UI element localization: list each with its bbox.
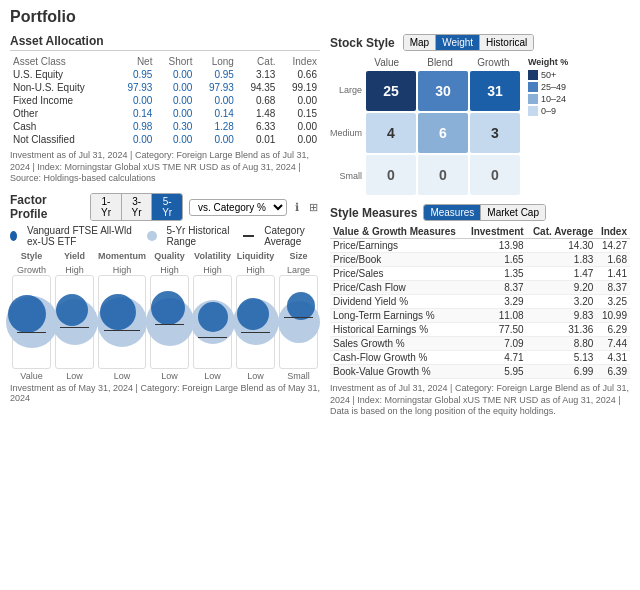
factor-tab-3-yr[interactable]: 3-Yr — [122, 194, 153, 220]
asset-class-label: Fixed Income — [10, 94, 114, 107]
category-avg-line — [155, 324, 185, 325]
asset-allocation-title: Asset Allocation — [10, 34, 320, 51]
row-label-large: Large — [330, 70, 362, 110]
measures-cell-inv: 5.95 — [465, 365, 527, 379]
factor-col-header-volatility: Volatility — [194, 251, 231, 261]
factor-col-quality: QualityHighLow — [150, 251, 189, 381]
style-cell: 4 — [366, 113, 416, 153]
factor-bottom-label: Low — [66, 371, 83, 381]
list-item: Price/Sales1.351.471.41 — [330, 267, 630, 281]
measures-tab-market-cap[interactable]: Market Cap — [481, 205, 545, 220]
factor-legend: Vanguard FTSE All-Wld ex-US ETF 5-Yr His… — [10, 225, 320, 247]
factor-bottom-label: Low — [114, 371, 131, 381]
factor-col-header-liquidity: Liquidity — [237, 251, 275, 261]
style-cell: 0 — [366, 155, 416, 195]
factor-tab-5-yr[interactable]: 5-Yr — [152, 194, 182, 220]
row-label-medium: Medium — [330, 113, 362, 153]
asset-index-value: 0.00 — [278, 133, 320, 146]
measures-tab-group[interactable]: MeasuresMarket Cap — [423, 204, 546, 221]
measures-table: Value & Growth Measures Investment Cat. … — [330, 225, 630, 379]
style-cell: 6 — [418, 113, 468, 153]
factor-tab-group[interactable]: 1-Yr3-Yr5-Yr — [90, 193, 183, 221]
avg-label: Category Average — [264, 225, 320, 247]
factor-top-label: High — [113, 265, 132, 275]
style-cell: 30 — [418, 71, 468, 111]
factor-col-momentum: MomentumHighLow — [98, 251, 146, 381]
asset-class-label: Not Classified — [10, 133, 114, 146]
category-avg-line — [60, 327, 90, 328]
measures-cell-label: Price/Earnings — [330, 239, 465, 253]
asset-index-value: 0.00 — [278, 120, 320, 133]
stock-style-tab-group[interactable]: MapWeightHistorical — [403, 34, 535, 51]
asset-col-index: Index — [278, 55, 320, 68]
list-item: Book-Value Growth %5.956.996.39 — [330, 365, 630, 379]
asset-long-value: 0.95 — [195, 68, 237, 81]
table-row: Fixed Income0.000.000.000.680.00 — [10, 94, 320, 107]
factor-top-label: High — [160, 265, 179, 275]
factor-col-header-style: Style — [21, 251, 43, 261]
measures-cell-inv: 1.35 — [465, 267, 527, 281]
measures-cell-idx: 8.37 — [596, 281, 630, 295]
weight-legend: Weight % 50+25–4910–240–9 — [528, 57, 568, 118]
measures-cell-idx: 10.99 — [596, 309, 630, 323]
stock-style-tab-weight[interactable]: Weight — [436, 35, 480, 50]
category-avg-line — [198, 337, 228, 338]
asset-short-value: 0.00 — [155, 107, 195, 120]
asset-index-value: 0.66 — [278, 68, 320, 81]
stock-style-tab-map[interactable]: Map — [404, 35, 436, 50]
measures-cell-cat: 8.80 — [527, 337, 597, 351]
weight-legend-item: 25–49 — [528, 82, 568, 92]
measures-cell-inv: 77.50 — [465, 323, 527, 337]
factor-info-icon[interactable]: ℹ — [293, 201, 301, 214]
factor-top-label: Growth — [17, 265, 46, 275]
measures-col-cat: Cat. Average — [527, 225, 597, 239]
list-item: Sales Growth %7.098.807.44 — [330, 337, 630, 351]
category-avg-line — [241, 332, 271, 333]
factor-top-label: Large — [287, 265, 310, 275]
list-item: Long-Term Earnings %11.089.8310.99 — [330, 309, 630, 323]
factor-grid-icon[interactable]: ⊞ — [307, 201, 320, 214]
asset-col-net: Net — [114, 55, 156, 68]
style-col-label: Blend — [413, 57, 466, 68]
factor-dropdown[interactable]: vs. Category % — [189, 199, 287, 216]
avg-line — [243, 235, 254, 237]
measures-col-idx: Index — [596, 225, 630, 239]
measures-cell-idx: 7.44 — [596, 337, 630, 351]
measures-cell-idx: 4.31 — [596, 351, 630, 365]
style-col-label: Growth — [467, 57, 520, 68]
asset-long-value: 0.00 — [195, 133, 237, 146]
list-item: Price/Earnings13.9814.3014.27 — [330, 239, 630, 253]
asset-class-label: Non-U.S. Equity — [10, 81, 114, 94]
measures-cell-label: Price/Book — [330, 253, 465, 267]
range-dot — [147, 231, 157, 241]
asset-cat-value: 0.68 — [237, 94, 279, 107]
measures-col-label: Value & Growth Measures — [330, 225, 465, 239]
category-avg-line — [17, 332, 47, 333]
asset-cat-value: 6.33 — [237, 120, 279, 133]
asset-cat-value: 0.01 — [237, 133, 279, 146]
asset-index-value: 99.19 — [278, 81, 320, 94]
stock-style-tab-historical[interactable]: Historical — [480, 35, 533, 50]
table-row: U.S. Equity0.950.000.953.130.66 — [10, 68, 320, 81]
weight-legend-item: 50+ — [528, 70, 568, 80]
measures-cell-inv: 4.71 — [465, 351, 527, 365]
factor-tab-1-yr[interactable]: 1-Yr — [91, 194, 122, 220]
factor-top-label: High — [246, 265, 265, 275]
weight-legend-item: 10–24 — [528, 94, 568, 104]
measures-cell-cat: 5.13 — [527, 351, 597, 365]
measures-tab-measures[interactable]: Measures — [424, 205, 481, 220]
measures-cell-cat: 1.83 — [527, 253, 597, 267]
style-cell: 0 — [418, 155, 468, 195]
measures-cell-idx: 3.25 — [596, 295, 630, 309]
style-grid: 253031463000 — [366, 71, 520, 195]
weight-color-box — [528, 82, 538, 92]
asset-cat-value: 1.48 — [237, 107, 279, 120]
factor-col-header-yield: Yield — [64, 251, 85, 261]
category-avg-line — [284, 317, 314, 318]
asset-short-value: 0.00 — [155, 94, 195, 107]
list-item: Price/Cash Flow8.379.208.37 — [330, 281, 630, 295]
weight-label: 0–9 — [541, 106, 556, 116]
asset-short-value: 0.00 — [155, 68, 195, 81]
asset-short-value: 0.00 — [155, 133, 195, 146]
measures-cell-inv: 13.98 — [465, 239, 527, 253]
